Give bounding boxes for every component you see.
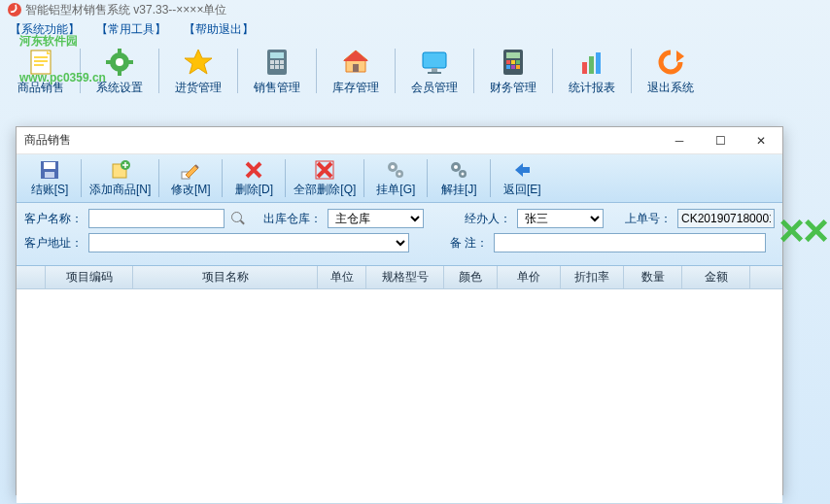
menu-help[interactable]: 【帮助退出】 <box>184 22 254 36</box>
app-title: 智能铝型材销售系统 v37.33--××××单位 <box>25 2 226 18</box>
handler-select[interactable]: 张三 <box>517 209 604 228</box>
col-amount[interactable]: 金额 <box>682 266 750 288</box>
btn-label: 挂单[G] <box>376 182 415 198</box>
svg-rect-13 <box>270 60 274 64</box>
customer-addr-select[interactable] <box>88 233 409 252</box>
calculator-icon <box>261 47 293 78</box>
maximize-button[interactable]: ☐ <box>707 131 734 151</box>
svg-rect-34 <box>589 56 594 74</box>
customer-name-input[interactable] <box>88 209 225 228</box>
svg-rect-22 <box>423 52 446 68</box>
svg-rect-14 <box>275 60 279 64</box>
menu-bar: 【系统功能】 【常用工具】 【帮助退出】 <box>0 19 830 41</box>
search-icon[interactable] <box>230 211 246 226</box>
svg-marker-10 <box>185 50 212 74</box>
gear-green-icon <box>104 47 135 78</box>
btn-back[interactable]: 返回[E] <box>493 156 551 200</box>
svg-rect-35 <box>596 52 601 74</box>
svg-rect-32 <box>516 65 520 69</box>
col-unit[interactable]: 单位 <box>318 266 366 288</box>
col-blank[interactable] <box>17 266 46 288</box>
svg-marker-20 <box>343 50 368 61</box>
form-area: 客户名称： 出库仓库： 主仓库 经办人： 张三 上单号： 客户地址： 备 注： <box>17 203 782 266</box>
tb-purchase[interactable]: 进货管理 <box>163 45 233 97</box>
btn-delete[interactable]: 删除[D] <box>225 156 283 200</box>
tb-sales[interactable]: 商品销售 <box>6 45 76 97</box>
btn-modify[interactable]: 修改[M] <box>161 156 220 200</box>
btn-label: 添加商品[N] <box>89 182 151 198</box>
grid-body[interactable] <box>17 289 782 503</box>
col-name[interactable]: 项目名称 <box>133 266 318 288</box>
svg-rect-24 <box>428 72 441 74</box>
tb-label: 系统设置 <box>96 80 143 96</box>
tb-label: 统计报表 <box>569 80 615 96</box>
btn-label: 结账[S] <box>31 182 69 198</box>
edit-pencil-icon <box>180 159 201 181</box>
svg-point-5 <box>116 58 123 66</box>
col-code[interactable]: 项目编码 <box>46 266 133 288</box>
svg-point-47 <box>398 172 401 175</box>
house-icon <box>340 47 371 78</box>
child-window-titlebar: 商品销售 ─ ☐ ✕ <box>17 127 782 154</box>
tb-member[interactable]: 会员管理 <box>399 45 469 97</box>
tb-settings[interactable]: 系统设置 <box>85 45 155 97</box>
btn-add-item[interactable]: 添加商品[N] <box>84 156 156 200</box>
child-window: 商品销售 ─ ☐ ✕ 结账[S] 添加商品[N] 修改[M] <box>16 126 783 495</box>
btn-delete-all[interactable]: 全部删除[Q] <box>288 156 362 200</box>
main-toolbar: 商品销售 系统设置 进货管理 销售管理 库存管理 会员管理 财务 <box>0 41 830 101</box>
gears-icon <box>385 159 406 181</box>
tb-sales-mgmt[interactable]: 销售管理 <box>242 45 312 97</box>
svg-point-51 <box>462 172 465 175</box>
btn-label: 返回[E] <box>503 182 541 198</box>
svg-rect-9 <box>127 60 133 64</box>
close-button[interactable]: ✕ <box>747 131 775 151</box>
tb-inventory[interactable]: 库存管理 <box>321 45 391 97</box>
tb-label: 进货管理 <box>175 80 222 96</box>
tb-reports[interactable]: 统计报表 <box>557 45 627 97</box>
add-green-icon <box>110 159 131 181</box>
tb-label: 退出系统 <box>647 80 694 96</box>
tb-label: 会员管理 <box>411 80 458 96</box>
col-discount[interactable]: 折扣率 <box>561 266 624 288</box>
remark-input[interactable] <box>494 233 766 252</box>
col-price[interactable]: 单价 <box>498 266 561 288</box>
tb-finance[interactable]: 财务管理 <box>478 45 548 97</box>
tb-label: 财务管理 <box>490 80 536 96</box>
svg-rect-38 <box>44 162 55 169</box>
svg-rect-17 <box>275 65 279 69</box>
label-customer-addr: 客户地址： <box>24 235 83 252</box>
exit-orange-icon <box>655 47 686 78</box>
btn-label: 修改[M] <box>171 182 211 198</box>
label-warehouse: 出库仓库： <box>263 211 322 227</box>
svg-rect-30 <box>506 65 510 69</box>
gears2-icon <box>448 159 469 181</box>
menu-system[interactable]: 【系统功能】 <box>10 22 80 36</box>
back-blue-icon <box>511 159 533 181</box>
svg-rect-12 <box>270 52 284 58</box>
grid-header: 项目编码 项目名称 单位 规格型号 颜色 单价 折扣率 数量 金额 <box>17 266 782 289</box>
tb-exit[interactable]: 退出系统 <box>636 45 706 97</box>
col-color[interactable]: 颜色 <box>444 266 498 288</box>
svg-rect-18 <box>280 65 284 69</box>
svg-rect-27 <box>506 60 510 64</box>
svg-rect-33 <box>582 62 587 74</box>
label-orderno: 上单号： <box>625 211 672 227</box>
warehouse-select[interactable]: 主仓库 <box>328 209 424 228</box>
btn-unhold[interactable]: 解挂[J] <box>430 156 488 200</box>
chart-icon <box>576 47 607 78</box>
svg-rect-39 <box>45 172 54 178</box>
minimize-button[interactable]: ─ <box>666 131 693 151</box>
svg-rect-3 <box>34 64 44 66</box>
svg-rect-21 <box>353 64 359 72</box>
menu-tools[interactable]: 【常用工具】 <box>96 22 166 36</box>
calc-color-icon <box>498 47 529 78</box>
col-spec[interactable]: 规格型号 <box>366 266 444 288</box>
btn-label: 解挂[J] <box>441 182 477 198</box>
col-qty[interactable]: 数量 <box>624 266 682 288</box>
label-customer-name: 客户名称： <box>24 211 83 227</box>
svg-rect-29 <box>516 60 520 64</box>
btn-hold[interactable]: 挂单[G] <box>366 156 425 200</box>
btn-checkout[interactable]: 结账[S] <box>20 156 79 200</box>
svg-rect-23 <box>432 68 437 72</box>
doc-yellow-icon <box>25 47 56 78</box>
